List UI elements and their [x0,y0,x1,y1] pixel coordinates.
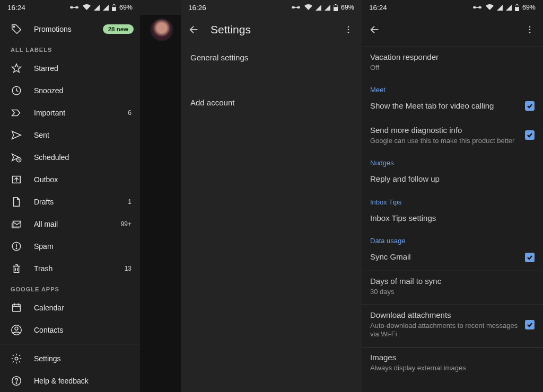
setting-sync-gmail[interactable]: Sync Gmail [362,247,543,269]
drawer-label: Snoozed [34,86,120,95]
setting-vacation-responder[interactable]: Vacation responder Off [362,47,543,78]
drawer-count: 6 [128,109,134,117]
overflow-menu-button[interactable] [522,22,538,38]
section-header-data-usage: Data usage [362,229,543,247]
drawer-item-settings[interactable]: Settings [0,348,140,370]
drawer-item-promotions[interactable]: Promotions 28 new [0,18,140,40]
trash-icon [11,263,22,274]
drawer-item-spam[interactable]: Spam [0,235,140,257]
status-bar: 16:24 69% [362,0,543,15]
checkbox-meet[interactable] [525,101,535,111]
settings-item-general[interactable]: General settings [181,44,362,70]
svg-rect-13 [13,305,21,312]
drawer-item-calendar[interactable]: Calendar [0,297,140,319]
setting-nudges[interactable]: Reply and follow up [362,169,543,191]
drawer-item-important[interactable]: Important 6 [0,102,140,124]
google-apps-header: GOOGLE APPS [0,280,140,297]
drawer-label: Contacts [34,326,134,334]
tag-icon [11,23,22,35]
drawer-item-drafts[interactable]: Drafts 1 [0,191,140,213]
calendar-icon [11,302,22,314]
svg-point-26 [348,29,349,31]
status-time: 16:26 [188,4,206,12]
svg-rect-33 [515,7,519,11]
drawer-count: 1 [128,198,134,206]
star-icon [11,63,22,74]
setting-subtitle: Always display external images [370,364,529,372]
section-header-nudges: Nudges [362,152,543,169]
status-time: 16:24 [369,4,387,12]
drawer-item-contacts[interactable]: Contacts [0,319,140,341]
section-header-inbox-tips: Inbox Tips [362,191,543,208]
battery-icon [112,4,116,11]
drawer-count: 13 [125,265,134,272]
labels-header: ALL LABELS [0,40,140,57]
battery-icon [515,4,519,11]
drawer-item-trash[interactable]: Trash 13 [0,257,140,280]
svg-point-25 [348,26,349,28]
drawer-item-sent[interactable]: Sent [0,124,140,146]
signal-icon [506,5,512,11]
battery-pct: 69% [341,4,354,11]
promotions-badge: 28 new [103,24,134,34]
drawer-label: Settings [34,354,134,363]
drawer-label: Calendar [34,304,134,312]
help-icon [11,375,22,387]
svg-point-36 [529,32,531,33]
svg-point-18 [16,382,16,383]
scheduled-icon [11,152,22,163]
setting-subtitle: 30 days [370,288,529,296]
drawer-item-scheduled[interactable]: Scheduled [0,146,140,168]
setting-title: Send more diagnostic info [370,126,520,136]
drawer-item-outbox[interactable]: Outbox [0,168,140,191]
drawer-label: All mail [34,220,109,228]
svg-rect-2 [72,7,76,8]
setting-title: Inbox Tips settings [370,213,529,224]
status-time: 16:24 [7,4,25,12]
drawer-item-starred[interactable]: Starred [0,57,140,79]
drawer-item-help[interactable]: Help & feedback [0,370,140,392]
drawer-label: Scheduled [34,153,120,162]
signal-icon [94,5,100,11]
checkbox-diagnostic[interactable] [525,130,535,140]
setting-images[interactable]: Images Always display external images [362,348,543,379]
setting-inbox-tips[interactable]: Inbox Tips settings [362,208,543,230]
setting-days-sync[interactable]: Days of mail to sync 30 days [362,271,543,302]
setting-subtitle: Auto-download attachments to recent mess… [370,322,520,339]
signal-icon [103,5,109,11]
drawer-label: Outbox [34,175,120,184]
back-button[interactable] [367,22,383,38]
drawer-item-allmail[interactable]: All mail 99+ [0,213,140,235]
svg-point-27 [348,32,349,33]
drawer-item-snoozed[interactable]: Snoozed [0,79,140,102]
setting-title: Reply and follow up [370,174,529,184]
drawer-label: Sent [34,131,120,139]
svg-rect-21 [294,7,298,8]
setting-title: Days of mail to sync [370,277,529,287]
setting-subtitle: Google can use this to make this product… [370,137,520,145]
overflow-menu-button[interactable] [340,22,356,38]
status-bar: 16:24 69% [0,0,140,15]
stack-mail-icon [11,218,22,230]
outbox-icon [11,174,22,185]
checkbox-sync[interactable] [525,253,535,262]
back-button[interactable] [186,22,202,38]
setting-meet-tab[interactable]: Show the Meet tab for video calling [362,96,543,118]
setting-download-attachments[interactable]: Download attachments Auto-download attac… [362,305,543,345]
setting-diagnostic[interactable]: Send more diagnostic info Google can use… [362,120,543,152]
settings-item-add-account[interactable]: Add account [181,90,362,115]
account-avatar[interactable] [151,19,172,40]
svg-point-34 [529,26,531,28]
drawer-count: 99+ [121,220,134,228]
battery-pct: 69% [119,4,133,11]
drawer-label: Trash [34,264,113,273]
wifi-icon [83,4,91,11]
vpn-icon [70,5,80,10]
svg-point-16 [15,357,18,360]
checkbox-download[interactable] [525,320,535,329]
setting-title: Vacation responder [370,52,529,63]
drawer-label: Spam [34,242,120,251]
battery-pct: 69% [522,4,536,11]
setting-title: Sync Gmail [370,252,520,262]
spam-icon [11,240,22,252]
